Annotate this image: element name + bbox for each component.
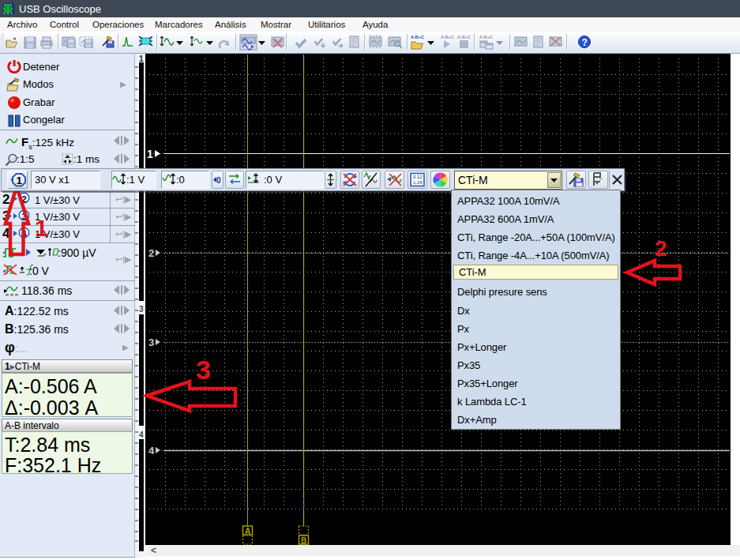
svg-text:3: 3: [196, 355, 211, 385]
svg-text:2: 2: [655, 236, 667, 261]
